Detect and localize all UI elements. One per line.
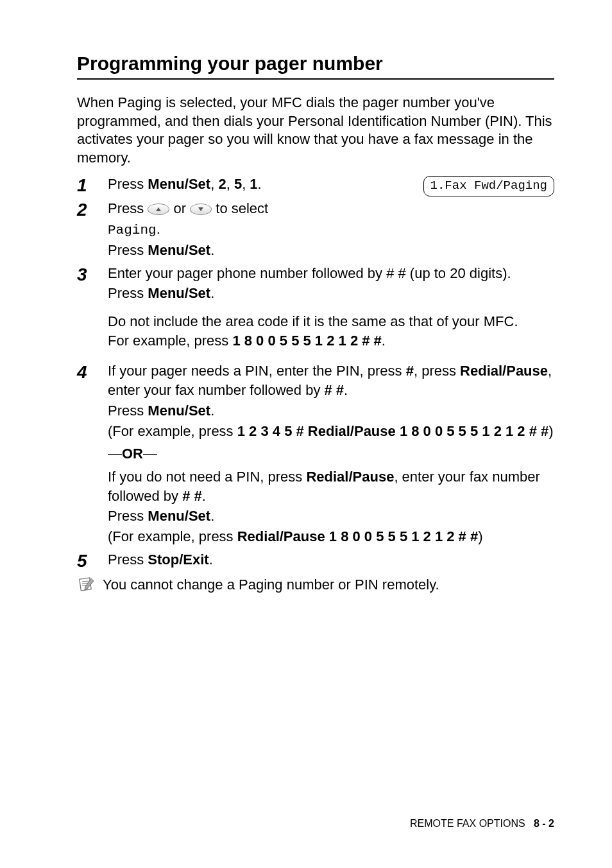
text: . (258, 176, 262, 192)
text: Enter your pager phone number followed b… (108, 264, 554, 283)
text: Press (108, 508, 148, 524)
text: If your pager needs a PIN, enter the PIN… (108, 363, 406, 379)
footer-section: REMOTE FAX OPTIONS (410, 818, 525, 829)
intro-paragraph: When Paging is selected, your MFC dials … (77, 94, 554, 167)
svg-line-1 (82, 581, 89, 582)
text: . (344, 382, 348, 398)
step-3: 3 Enter your pager phone number followed… (77, 264, 554, 360)
text: Press (108, 285, 148, 301)
menu-set-label: Menu/Set (148, 508, 210, 524)
note-text: You cannot change a Paging number or PIN… (103, 576, 554, 595)
step-number: 2 (77, 199, 108, 261)
step-list: 1 Press Menu/Set, 2, 5, 1. 1.Fax Fwd/Pag… (77, 175, 554, 571)
note-icon (77, 576, 103, 596)
text: . (210, 242, 214, 258)
text: ) (478, 528, 482, 544)
text: , (242, 176, 250, 192)
section-heading: Programming your pager number (77, 53, 554, 80)
text: (For example, press (108, 423, 237, 439)
redial-pause-label: Redial/Pause (460, 363, 548, 379)
dash: — (108, 446, 122, 462)
step-number: 3 (77, 264, 108, 360)
text: . (210, 403, 214, 419)
paging-option: Paging (108, 223, 157, 238)
stop-exit-label: Stop/Exit (148, 551, 208, 568)
down-arrow-icon (190, 204, 212, 215)
text: If you do not need a PIN, press (108, 469, 306, 485)
example-keys: Redial/Pause 1 8 0 0 5 5 5 1 2 1 2 # # (237, 528, 478, 544)
dash: — (143, 446, 157, 462)
step-5: 5 Press Stop/Exit. (77, 550, 554, 571)
text: For example, press (108, 333, 232, 349)
menu-set-label: Menu/Set (148, 176, 210, 192)
menu-set-label: Menu/Set (148, 403, 210, 419)
example-keys: 1 8 0 0 5 5 5 1 2 1 2 # # (232, 333, 381, 349)
menu-set-label: Menu/Set (148, 242, 210, 258)
step-4: 4 If your pager needs a PIN, enter the P… (77, 361, 554, 547)
text: . (382, 333, 386, 349)
example-keys: 1 2 3 4 5 # Redial/Pause 1 8 0 0 5 5 5 1… (237, 423, 549, 439)
text: . (210, 285, 214, 301)
note-row: You cannot change a Paging number or PIN… (77, 576, 554, 596)
text: Press (108, 176, 148, 192)
text: , (210, 176, 218, 192)
text: . (202, 488, 206, 504)
or-separator: OR (122, 446, 143, 462)
step-number: 4 (77, 361, 108, 547)
hash-hash: # # (325, 382, 344, 398)
text: or (169, 200, 190, 216)
text: , (226, 176, 234, 192)
text: . (210, 508, 214, 524)
text: ) (548, 423, 553, 439)
text: to select (212, 200, 268, 216)
step-number: 5 (77, 550, 108, 571)
text: . (209, 551, 213, 568)
lcd-display: 1.Fax Fwd/Paging (423, 176, 554, 196)
step-2: 2 Press or to select Paging. Press Menu/… (77, 199, 554, 261)
text: Press (108, 551, 148, 568)
text: . (157, 221, 160, 237)
up-arrow-icon (148, 204, 169, 215)
text: (For example, press (108, 528, 237, 544)
text: Press (108, 200, 148, 216)
hash-hash: # # (182, 488, 202, 504)
text: Press (108, 242, 148, 258)
hash-key: # (406, 363, 414, 379)
step-number: 1 (77, 175, 108, 196)
text: Do not include the area code if it is th… (108, 312, 554, 331)
footer-page: 8 - 2 (534, 818, 554, 829)
text: , press (414, 363, 460, 379)
redial-pause-label: Redial/Pause (306, 469, 394, 485)
key-1: 1 (250, 176, 257, 192)
menu-set-label: Menu/Set (148, 285, 210, 301)
page-footer: REMOTE FAX OPTIONS 8 - 2 (410, 818, 554, 829)
key-5: 5 (234, 176, 242, 192)
text: Press (108, 403, 148, 419)
step-1: 1 Press Menu/Set, 2, 5, 1. 1.Fax Fwd/Pag… (77, 175, 554, 196)
key-2: 2 (218, 176, 226, 192)
